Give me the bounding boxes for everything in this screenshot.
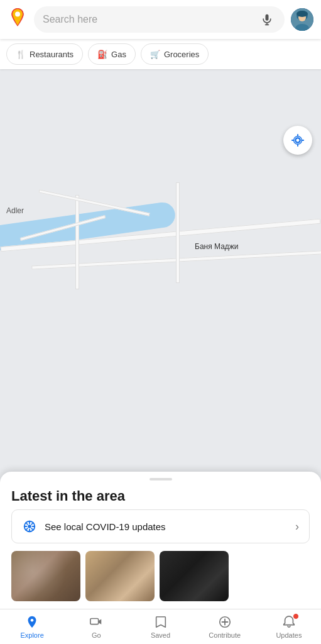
- svg-line-24: [31, 523, 33, 525]
- go-icon: [89, 614, 104, 630]
- bottom-nav: Explore Go Saved Contribute: [0, 609, 321, 644]
- avatar[interactable]: [291, 8, 313, 31]
- chips-row: 🍴 Restaurants ⛽ Gas 🛒 Groceries: [0, 39, 321, 69]
- nav-item-go[interactable]: Go: [64, 611, 128, 643]
- svg-line-25: [26, 528, 28, 530]
- svg-line-23: [31, 528, 33, 530]
- nav-item-updates[interactable]: Updates: [257, 611, 321, 643]
- nav-label-explore: Explore: [20, 631, 43, 639]
- svg-point-17: [28, 525, 31, 528]
- top-bar: Search here: [0, 0, 321, 39]
- gas-icon: ⛽: [97, 50, 107, 59]
- svg-line-22: [26, 523, 28, 525]
- updates-icon: [281, 614, 297, 630]
- photo-thumb-2[interactable]: [85, 551, 155, 601]
- updates-badge: [293, 613, 299, 619]
- chip-groceries[interactable]: 🛒 Groceries: [141, 43, 209, 65]
- explore-icon: [24, 614, 40, 630]
- chip-restaurants[interactable]: 🍴 Restaurants: [6, 43, 83, 65]
- covid-chevron-icon: ›: [295, 520, 299, 533]
- nav-label-go: Go: [92, 631, 101, 639]
- svg-rect-1: [266, 14, 269, 21]
- chip-restaurants-label: Restaurants: [30, 50, 73, 59]
- chip-gas[interactable]: ⛽ Gas: [88, 43, 136, 65]
- nav-item-contribute[interactable]: Contribute: [193, 611, 257, 643]
- covid-card[interactable]: See local COVID-19 updates ›: [11, 509, 310, 543]
- road: [75, 195, 79, 289]
- photo-thumb-1[interactable]: [11, 551, 80, 601]
- photo-strip: [0, 551, 321, 609]
- bottom-sheet: Latest in the area See local COVID-19 up…: [0, 472, 321, 609]
- mic-icon[interactable]: [258, 11, 276, 28]
- svg-point-9: [295, 138, 300, 142]
- nav-label-saved: Saved: [151, 631, 170, 639]
- restaurants-icon: 🍴: [16, 50, 26, 59]
- sheet-title: Latest in the area: [0, 480, 321, 509]
- svg-point-0: [15, 12, 20, 17]
- nav-item-explore[interactable]: Explore: [0, 611, 64, 643]
- contribute-icon: [217, 614, 232, 630]
- groceries-icon: 🛒: [150, 50, 160, 59]
- nav-item-saved[interactable]: Saved: [128, 611, 192, 643]
- search-bar[interactable]: Search here: [34, 6, 285, 33]
- road: [176, 182, 180, 283]
- map-label-adler: Adler: [6, 206, 24, 215]
- chip-groceries-label: Groceries: [164, 50, 199, 59]
- saved-icon: [153, 614, 168, 630]
- maps-logo-icon: [8, 8, 28, 31]
- covid-icon: [22, 519, 37, 534]
- svg-point-7: [297, 11, 308, 17]
- svg-rect-27: [90, 619, 99, 625]
- svg-point-26: [31, 619, 34, 622]
- photo-thumb-3[interactable]: [160, 551, 229, 601]
- nav-label-updates: Updates: [276, 631, 302, 639]
- location-button[interactable]: [283, 126, 312, 155]
- map-label-banya: Баня Маджи: [195, 242, 239, 251]
- search-placeholder: Search here: [43, 14, 253, 25]
- nav-label-contribute: Contribute: [209, 631, 241, 639]
- chip-gas-label: Gas: [111, 50, 126, 59]
- covid-text: See local COVID-19 updates: [45, 521, 288, 532]
